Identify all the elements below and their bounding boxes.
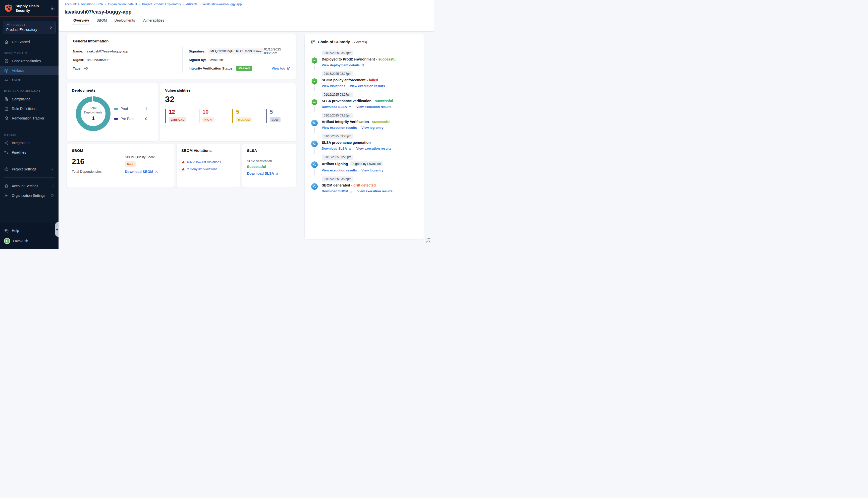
view-violations-link[interactable]: View violations (322, 84, 345, 88)
sidebar-nav: Get StartedSUPPLY CHAINCode Repositories… (0, 34, 59, 223)
view-execution-results-link[interactable]: View execution results (322, 126, 357, 130)
tab-deployments[interactable]: Deployments (114, 18, 135, 25)
breadcrumb-separator: › (183, 2, 184, 6)
sidebar-item-integrations[interactable]: Integrations (0, 138, 59, 148)
feedback-chat-icon[interactable] (425, 237, 431, 244)
breadcrumb-link[interactable]: lavakush07/easy-buggy-app (203, 2, 242, 6)
sidebar-item-label: CI/CD (12, 78, 21, 82)
download-slsa-link[interactable]: Download SLSA (247, 171, 279, 175)
view-execution-results-link[interactable]: View execution results (322, 168, 357, 172)
view-log-link[interactable]: View log (272, 66, 290, 70)
sidebar-item-remediation-tracker[interactable]: Remediation Tracker (0, 114, 59, 123)
chevron-right-icon (50, 167, 54, 171)
sidebar-item-organization-settings[interactable]: Organization Settings (0, 191, 59, 200)
tab-vulnerabilities[interactable]: Vulnerabilities (142, 18, 165, 25)
pipeline-icon (4, 150, 9, 155)
app-logo-shield-icon (4, 3, 13, 13)
sidebar-item-compliance[interactable]: Compliance (0, 94, 59, 104)
download-icon (348, 147, 352, 150)
card-title: SBOM (72, 148, 170, 153)
sidebar-item-rule-definitions[interactable]: Rule Definitions (0, 104, 59, 114)
custody-event-count: (7 events) (352, 40, 367, 44)
help-chat-icon: ? (4, 228, 9, 233)
name-label: Name: (73, 50, 83, 53)
vulnerabilities-total: 32 (165, 94, 291, 104)
app-grid-icon[interactable] (50, 6, 55, 11)
violation-link[interactable]: 637 Allow list Violations (187, 160, 221, 164)
sidebar-item-help[interactable]: ? Help (0, 226, 59, 235)
pipeline-icon (311, 78, 318, 84)
custody-event: 01/16/2025 03:27pm Deployed to Prod2 env… (310, 51, 418, 67)
tab-sbom[interactable]: SBOM (96, 18, 107, 25)
donut-center-value: 1 (92, 115, 95, 121)
project-selector[interactable]: PROJECT Product Exploratory (3, 21, 55, 34)
card-title: General Information (73, 39, 290, 43)
slsa-verification-label: SLSA Verification (247, 159, 292, 163)
view-log-entry-link[interactable]: View log entry (361, 168, 384, 172)
event-links: Download SLSAView execution results (322, 105, 418, 109)
sidebar-item-project-settings[interactable]: Project Settings (0, 165, 59, 174)
deployments-legend: Prod 1 Pre Prod 0 (114, 107, 147, 121)
view-execution-results-link[interactable]: View execution results (358, 189, 392, 193)
sidebar-item-user[interactable]: L Lavakush (0, 235, 59, 247)
breadcrumb-link[interactable]: Project: Product Exploratory (142, 2, 181, 6)
signature-date: 01/16/2025 03:26pm (264, 48, 290, 55)
info-icon (50, 194, 54, 197)
signature-label: Signature: (189, 50, 205, 53)
share-icon (4, 141, 9, 145)
severity-count: 5 (270, 109, 289, 115)
sidebar-item-account-settings[interactable]: Account Settings (0, 181, 59, 191)
sidebar-item-label: Rule Definitions (12, 107, 36, 111)
breadcrumb-separator: › (199, 2, 200, 6)
event-title: SLSA provenance verification - successfu… (322, 99, 418, 103)
sidebar-item-label: Code Repositories (12, 59, 41, 63)
external-icon (361, 64, 364, 67)
user-avatar: L (4, 238, 10, 244)
download-sbom-link[interactable]: Download SBOM (125, 170, 158, 174)
event-timestamp: 01/16/2025 03:26pm (322, 155, 353, 160)
pipeline-icon (311, 99, 318, 105)
severity-badge: MEDIUM (236, 117, 252, 122)
view-deployment-details-link[interactable]: View deployment details (322, 63, 364, 67)
event-title: SBOM generated - drift detected (322, 183, 418, 187)
deployments-card: Deployments Total Deployments 1 Prod 1 P… (67, 83, 158, 141)
digest-value: 8d23bd3b5d8f (87, 58, 108, 62)
breadcrumb-link[interactable]: Organization: default (108, 2, 137, 6)
sidebar-item-get-started[interactable]: Get Started (0, 37, 59, 47)
breadcrumb-link[interactable]: Account: Automation-SSCA (65, 2, 103, 6)
custody-event: 01/16/2025 03:26pm SLSA provenance gener… (310, 134, 418, 150)
severity-stats: 12 CRITICAL10 HIGH5 MEDIUM5 LOW (165, 109, 291, 123)
event-timestamp: 01/16/2025 03:27pm (322, 51, 353, 55)
card-title: SLSA (247, 148, 292, 153)
view-execution-results-link[interactable]: View execution results (356, 105, 391, 109)
event-title: SLSA provenance generation (322, 141, 418, 145)
digest-label: Digest: (73, 58, 85, 62)
sidebar-item-label: Compliance (12, 97, 30, 101)
sidebar-item-artifacts[interactable]: Artifacts (0, 66, 59, 75)
download-icon (155, 170, 158, 173)
breadcrumb-link[interactable]: Artifacts (186, 2, 197, 6)
sidebar-footer: ? Help L Lavakush (0, 223, 59, 249)
event-status: - successful (373, 99, 393, 103)
event-timestamp: 01/16/2025 03:26pm (322, 113, 353, 118)
download-sbom-link[interactable]: Download SBOM (322, 189, 353, 193)
breadcrumb: Account: Automation-SSCA›Organization: d… (65, 2, 434, 6)
scan-step-icon (311, 120, 318, 126)
violation-link[interactable]: 2 Deny list Violations (187, 167, 217, 171)
event-timestamp: 01/16/2025 03:25pm (322, 176, 353, 182)
view-log-entry-link[interactable]: View log entry (361, 126, 384, 130)
event-links: Download SBOMView execution results (322, 189, 418, 193)
sidebar-collapse-handle[interactable]: ◀ (55, 222, 59, 237)
tab-overview[interactable]: Overview (73, 18, 89, 25)
event-links: View violationsView execution results (322, 84, 418, 88)
download-slsa-link[interactable]: Download SLSA (322, 105, 352, 109)
sidebar-item-code-repositories[interactable]: Code Repositories (0, 56, 59, 66)
view-execution-results-link[interactable]: View execution results (356, 147, 391, 150)
view-execution-results-link[interactable]: View execution results (350, 84, 385, 88)
sidebar-item-label: Artifacts (12, 68, 25, 73)
sidebar-item-ci-cd[interactable]: CI/CD (0, 75, 59, 85)
signed-by-label: Signed by: (189, 58, 206, 62)
download-slsa-link[interactable]: Download SLSA (322, 147, 352, 150)
event-status: - successful (376, 57, 397, 61)
sidebar-item-pipelines[interactable]: Pipelines (0, 148, 59, 157)
